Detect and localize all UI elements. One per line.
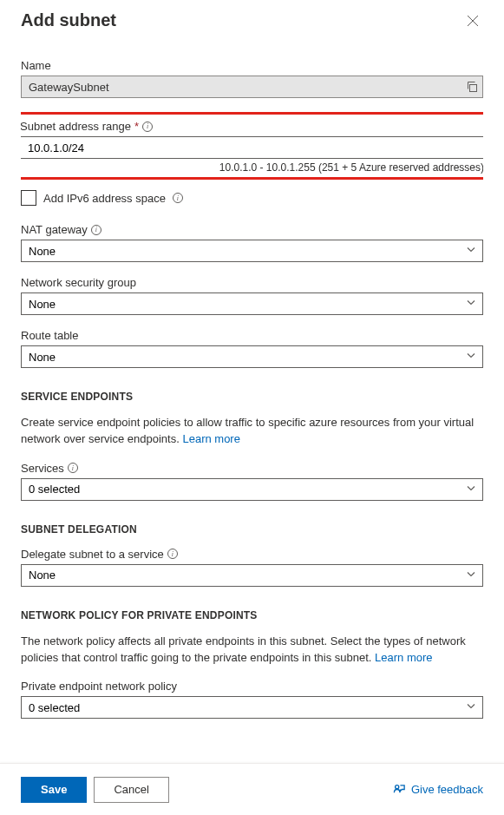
info-icon[interactable]: i (68, 463, 78, 473)
feedback-icon (393, 783, 406, 796)
learn-more-link[interactable]: Learn more (375, 651, 432, 664)
services-select[interactable] (21, 478, 483, 501)
subnet-range-highlight: Subnet address range * i 10.0.1.0 - 10.0… (21, 112, 483, 180)
cancel-button[interactable]: Cancel (94, 777, 168, 803)
subnet-range-input[interactable] (21, 136, 483, 159)
network-policy-header: NETWORK POLICY FOR PRIVATE ENDPOINTS (21, 609, 483, 621)
save-button[interactable]: Save (21, 777, 87, 803)
private-endpoint-label: Private endpoint network policy (21, 680, 483, 693)
learn-more-link[interactable]: Learn more (182, 432, 239, 445)
required-indicator: * (134, 120, 139, 133)
route-select[interactable] (21, 345, 483, 368)
subnet-delegation-header: SUBNET DELEGATION (21, 523, 483, 536)
nat-label: NAT gateway (21, 223, 88, 236)
nsg-label: Network security group (21, 276, 483, 289)
give-feedback-link[interactable]: Give feedback (393, 783, 483, 796)
feedback-label: Give feedback (411, 783, 483, 796)
name-input (21, 76, 483, 98)
delegate-label: Delegate subnet to a service (21, 548, 164, 561)
info-icon[interactable]: i (142, 122, 153, 132)
page-title: Add subnet (21, 10, 116, 30)
range-helper-text: 10.0.1.0 - 10.0.1.255 (251 + 5 Azure res… (21, 161, 483, 174)
range-label: Subnet address range (21, 120, 131, 133)
ipv6-checkbox[interactable] (21, 190, 36, 206)
copy-icon[interactable] (466, 81, 478, 93)
route-label: Route table (21, 329, 483, 342)
ipv6-label: Add IPv6 address space (43, 192, 166, 205)
service-endpoints-header: SERVICE ENDPOINTS (21, 391, 483, 403)
info-icon[interactable]: i (91, 225, 101, 235)
services-label: Services (21, 462, 64, 475)
nat-select[interactable] (21, 240, 483, 262)
delegate-select[interactable] (21, 564, 483, 587)
svg-rect-2 (470, 85, 477, 92)
name-label: Name (21, 59, 483, 72)
close-button[interactable] (462, 10, 483, 31)
info-icon[interactable]: i (167, 549, 178, 559)
service-endpoints-description: Create service endpoint policies to allo… (21, 416, 474, 445)
close-icon (467, 15, 479, 27)
svg-point-3 (396, 785, 399, 789)
private-endpoint-select[interactable] (21, 696, 483, 719)
info-icon[interactable]: i (173, 193, 183, 203)
nsg-select[interactable] (21, 292, 483, 315)
